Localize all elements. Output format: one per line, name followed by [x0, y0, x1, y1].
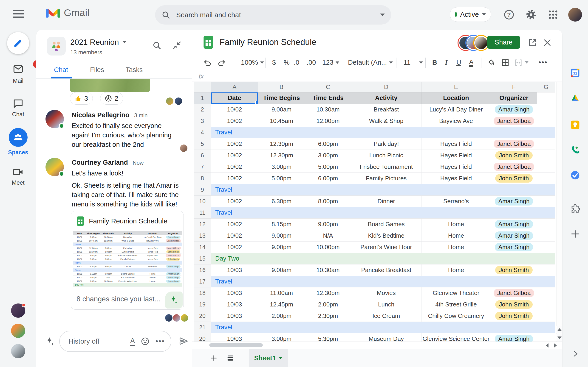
underline-button[interactable]: U	[456, 59, 461, 66]
cell[interactable]: 6.00pm	[305, 173, 351, 184]
cell[interactable]	[537, 265, 555, 276]
reaction-soccer[interactable]: 2	[100, 92, 123, 105]
vertical-scrollbar[interactable]	[556, 82, 562, 342]
cell[interactable]: 12.00pm	[305, 115, 351, 127]
borders-icon[interactable]	[501, 58, 510, 67]
undo-icon[interactable]	[203, 58, 212, 67]
sidebar-item-meet[interactable]: Meet	[0, 167, 36, 186]
cell[interactable]: 5.30pm	[305, 333, 351, 342]
caret-down-icon[interactable]	[525, 61, 528, 64]
cell[interactable]	[537, 310, 555, 322]
cell[interactable]: 10/02	[211, 115, 258, 127]
close-icon[interactable]	[543, 39, 552, 47]
open-in-new-icon[interactable]	[528, 38, 537, 47]
cell[interactable]: 10/03	[211, 265, 258, 276]
row-header[interactable]: 8	[194, 173, 211, 184]
cell[interactable]: John Smith	[491, 310, 537, 322]
cell[interactable]: 9.00pm	[258, 230, 305, 242]
cell[interactable]: 10.00pm	[305, 242, 351, 253]
voice-icon[interactable]	[570, 145, 580, 155]
cell[interactable]: 6.00pm	[305, 138, 351, 150]
cell[interactable]: Janet Gilboa	[491, 138, 537, 150]
cell[interactable]: Home	[422, 242, 491, 253]
column-header-D[interactable]: D	[351, 82, 422, 92]
cell[interactable]: Dinner	[351, 196, 422, 207]
cell[interactable]: Kid’s Bedtime	[351, 230, 422, 242]
cell[interactable]: 10/02	[211, 173, 258, 184]
addons-puzzle-icon[interactable]	[570, 204, 580, 214]
cell[interactable]: 10/03	[211, 333, 258, 342]
cell[interactable]: 9.00pm	[258, 242, 305, 253]
cell[interactable]: Family Pictures	[351, 173, 422, 184]
scroll-right-button[interactable]	[554, 343, 557, 348]
format-percent-button[interactable]: %	[284, 59, 290, 66]
row-header[interactable]: 2	[194, 104, 211, 115]
cell[interactable]	[537, 173, 555, 184]
cell[interactable]: 8.00pm	[305, 196, 351, 207]
search-options-caret-icon[interactable]	[380, 14, 385, 16]
calendar-icon[interactable]: 31	[570, 68, 580, 78]
cell[interactable]: 9.00am	[258, 265, 305, 276]
section-band[interactable]: Travel	[211, 276, 555, 287]
fill-color-icon[interactable]	[487, 58, 496, 67]
row-header[interactable]: 15	[194, 253, 211, 265]
more-icon[interactable]: •••	[156, 337, 165, 345]
cell[interactable]: 11.00am	[258, 287, 305, 299]
row-header[interactable]: 16	[194, 265, 211, 276]
cell[interactable]: Amar Singh	[491, 219, 537, 230]
sheets-preview-card[interactable]: Family Reunion Schedule DateTime BeginsT…	[71, 211, 184, 310]
cell[interactable]: Home	[422, 219, 491, 230]
keep-icon[interactable]	[570, 120, 580, 130]
cell[interactable]: 3.00pm	[258, 333, 305, 342]
column-header-G[interactable]: G	[537, 82, 555, 92]
cell[interactable]: Lucy’s All-Day Diner	[422, 104, 491, 115]
cell[interactable]: Serrano’s	[422, 196, 491, 207]
cell[interactable]: 12.30pm	[258, 150, 305, 161]
cell[interactable]	[537, 150, 555, 161]
cell[interactable]: Hayes Field	[422, 150, 491, 161]
cell[interactable]: Movies	[351, 287, 422, 299]
contact-avatar[interactable]	[11, 324, 25, 338]
bold-button[interactable]: B	[432, 59, 437, 66]
formula-bar[interactable]: fx	[192, 71, 562, 81]
shared-photo-attachment[interactable]	[70, 79, 150, 92]
all-sheets-icon[interactable]	[227, 354, 234, 362]
cell[interactable]	[537, 299, 555, 310]
cell[interactable]: 10.30am	[305, 104, 351, 115]
cell[interactable]: Lunch Picnic	[351, 150, 422, 161]
row-header[interactable]: 21	[194, 322, 211, 333]
cell[interactable]: 9.00am	[258, 104, 305, 115]
gemini-sparkle-icon[interactable]	[44, 336, 56, 347]
zoom-selector[interactable]: 100%	[241, 59, 264, 66]
column-header-E[interactable]: E	[422, 82, 491, 92]
row-header[interactable]: 11	[194, 207, 211, 219]
cell[interactable]: John Smith	[491, 150, 537, 161]
cell[interactable]: Date	[211, 92, 258, 104]
cell[interactable]: Hayes Field	[422, 173, 491, 184]
settings-gear-icon[interactable]	[526, 9, 536, 20]
cell[interactable]: John Smith	[491, 173, 537, 184]
scrollbar-thumb[interactable]	[209, 343, 263, 347]
cell[interactable]: 12.45pm	[258, 299, 305, 310]
sidebar-item-mail[interactable]: 4 Mail	[0, 64, 36, 84]
column-header-F[interactable]: F	[491, 82, 537, 92]
section-band[interactable]: Travel	[211, 322, 555, 333]
cell[interactable]: Walk & Shop	[351, 115, 422, 127]
column-header-A[interactable]: A	[211, 82, 258, 92]
row-header[interactable]: 5	[194, 138, 211, 150]
scroll-left-button[interactable]	[546, 343, 548, 348]
cell[interactable]: John Smith	[491, 299, 537, 310]
cell[interactable]: Location	[422, 92, 491, 104]
cell[interactable]: 10/02	[211, 138, 258, 150]
cell[interactable]	[537, 196, 555, 207]
cell[interactable]: Amar Singh	[491, 333, 537, 342]
decrease-decimal-button[interactable]: .0	[294, 59, 299, 66]
cell[interactable]: Janet Gilboa	[491, 161, 537, 173]
search-input[interactable]	[176, 11, 380, 19]
cell[interactable]: Time Begins	[258, 92, 305, 104]
cell[interactable]: Bayview Ave	[422, 115, 491, 127]
cell[interactable]	[537, 115, 555, 127]
cell[interactable]: Janet Gilboa	[491, 115, 537, 127]
share-button[interactable]: Share	[487, 36, 520, 49]
cell[interactable]: Amar Singh	[491, 242, 537, 253]
